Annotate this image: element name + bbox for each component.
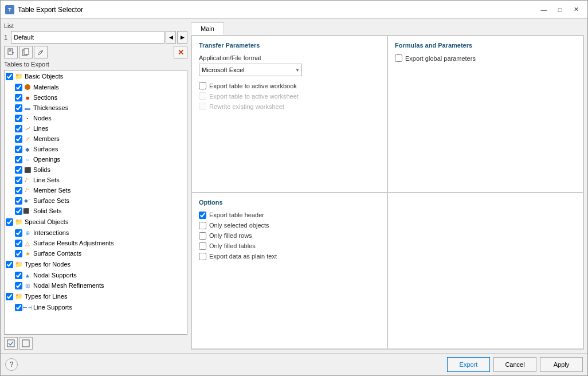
copy-button[interactable] [19, 46, 33, 58]
uncheck-all-button[interactable] [19, 337, 33, 350]
tree-leaf-item[interactable]: ◆⁻Surface Sets [5, 195, 187, 206]
tree-item-label: Basic Objects [25, 73, 63, 80]
tree-item-checkbox[interactable] [15, 115, 22, 122]
list-dropdown[interactable]: Default [11, 31, 164, 44]
export-active-worksheet-checkbox[interactable] [199, 92, 206, 100]
tree-item-checkbox[interactable] [15, 207, 22, 215]
tree-leaf-item[interactable]: •Nodes [5, 113, 187, 123]
tree-item-label: Nodal Supports [33, 272, 77, 279]
tree-leaf-item[interactable]: /Members [5, 134, 187, 144]
tree-item-checkbox[interactable] [15, 166, 22, 174]
export-active-workbook-label: Export table to active workbook [209, 83, 297, 89]
tree-group-item[interactable]: 📁Types for Nodes [5, 258, 187, 270]
tree-item-checkbox[interactable] [15, 282, 22, 289]
tree-item-checkbox[interactable] [15, 84, 22, 91]
tree-leaf-item[interactable]: ★Surface Contacts [5, 248, 187, 258]
opening-icon: ○ [23, 155, 32, 163]
tree-item-label: Special Objects [25, 218, 68, 225]
tree-group-item[interactable]: 📁Types for Lines [5, 291, 187, 302]
transfer-title: Transfer Parameters [199, 42, 380, 49]
tree-leaf-item[interactable]: /⁻Line Sets [5, 175, 187, 185]
tree-item-label: Types for Nodes [25, 261, 70, 268]
tree-item-checkbox[interactable] [15, 272, 22, 279]
footer: ? Export Cancel Apply [1, 353, 587, 375]
tree-item-checkbox[interactable] [6, 261, 13, 268]
tree-item-checkbox[interactable] [15, 125, 22, 132]
new-button[interactable] [4, 46, 18, 58]
tree-leaf-item[interactable]: ◆Surfaces [5, 144, 187, 154]
export-active-workbook-checkbox[interactable] [199, 82, 206, 89]
option-row-0: Export table header [199, 211, 380, 219]
tree-item-checkbox[interactable] [6, 218, 13, 226]
option-row-1: Only selected objects [199, 222, 380, 229]
tab-main[interactable]: Main [191, 22, 224, 35]
tree-item-label: Materials [33, 84, 59, 91]
cancel-button[interactable]: Cancel [493, 357, 536, 372]
list-prev-button[interactable]: ◀ [166, 31, 176, 44]
tree-leaf-item[interactable]: ⊕Intersections [5, 228, 187, 238]
tree-container[interactable]: 📁Basic ObjectsMaterials■Sections▬Thickne… [4, 70, 187, 335]
tree-leaf-item[interactable]: Materials [5, 82, 187, 92]
list-next-button[interactable]: ▶ [177, 31, 187, 44]
folder-icon: 📁 [15, 260, 23, 268]
option-checkbox-0[interactable] [199, 211, 206, 219]
title-bar: T Table Export Selector — □ ✕ [1, 1, 587, 19]
tree-item-checkbox[interactable] [15, 187, 22, 194]
option-checkbox-3[interactable] [199, 242, 206, 250]
tree-item-checkbox[interactable] [15, 304, 22, 311]
tree-leaf-item[interactable]: ⊞Nodal Mesh Refinements [5, 280, 187, 291]
tree-item-checkbox[interactable] [15, 94, 22, 101]
tree-item-checkbox[interactable] [15, 135, 22, 143]
tree-item-label: Members [33, 135, 60, 142]
tree-item-checkbox[interactable] [6, 293, 13, 300]
option-checkbox-4[interactable] [199, 253, 206, 260]
help-button[interactable]: ? [5, 358, 18, 371]
app-format-dropdown[interactable]: Microsoft Excel CSV TXT [199, 64, 302, 76]
tree-item-checkbox[interactable] [15, 146, 22, 153]
apply-button[interactable]: Apply [540, 357, 583, 372]
tree-leaf-item[interactable]: ⬛⁻Solid Sets [5, 206, 187, 216]
close-button[interactable]: ✕ [569, 5, 583, 15]
edit-button[interactable] [34, 46, 48, 58]
tree-leaf-item[interactable]: ⬛Solids [5, 164, 187, 175]
tree-leaf-item[interactable]: /⁻Member Sets [5, 185, 187, 195]
export-button[interactable]: Export [447, 357, 490, 372]
tree-leaf-item[interactable]: △Surface Results Adjustments [5, 238, 187, 248]
check-all-button[interactable] [4, 337, 18, 350]
left-panel: List 1 Default ◀ ▶ ✕ [4, 22, 187, 350]
tree-item-label: Nodal Mesh Refinements [33, 282, 104, 289]
tree-group-item[interactable]: 📁Basic Objects [5, 70, 187, 82]
tree-item-checkbox[interactable] [15, 156, 22, 163]
tree-leaf-item[interactable]: ■Sections [5, 92, 187, 103]
tree-item-checkbox[interactable] [15, 197, 22, 205]
lineset-icon: /⁻ [23, 176, 32, 184]
tree-item-label: Thicknesses [33, 104, 68, 111]
tree-item-checkbox[interactable] [15, 250, 22, 257]
tree-leaf-item[interactable]: ⊢⊣Line Supports [5, 302, 187, 312]
rewrite-worksheet-checkbox[interactable] [199, 103, 206, 110]
member-icon: / [23, 135, 32, 143]
tree-leaf-item[interactable]: ▬Thicknesses [5, 103, 187, 113]
tree-group-item[interactable]: 📁Special Objects [5, 216, 187, 228]
minimize-button[interactable]: — [537, 5, 551, 15]
option-label-4: Export data as plain text [209, 253, 277, 260]
option-checkbox-2[interactable] [199, 232, 206, 240]
tree-item-checkbox[interactable] [15, 177, 22, 184]
option-checkbox-1[interactable] [199, 222, 206, 229]
tree-item-checkbox[interactable] [15, 240, 22, 247]
tree-item-label: Types for Lines [25, 293, 68, 300]
delete-button[interactable]: ✕ [174, 46, 187, 58]
bottom-toolbar [4, 337, 187, 350]
tree-item-checkbox[interactable] [6, 73, 13, 80]
surface-icon: ◆ [23, 145, 32, 153]
tree-item-label: Solid Sets [33, 207, 62, 214]
tree-item-label: Surfaces [33, 146, 58, 152]
maximize-button[interactable]: □ [553, 5, 567, 15]
tree-leaf-item[interactable]: ▲Nodal Supports [5, 270, 187, 280]
tree-leaf-item[interactable]: /Lines [5, 123, 187, 134]
tree-leaf-item[interactable]: ○Openings [5, 154, 187, 164]
tree-item-checkbox[interactable] [15, 229, 22, 237]
export-global-params-checkbox[interactable] [395, 54, 402, 62]
export-active-worksheet-row: Export table to active worksheet [199, 92, 380, 100]
tree-item-checkbox[interactable] [15, 104, 22, 112]
